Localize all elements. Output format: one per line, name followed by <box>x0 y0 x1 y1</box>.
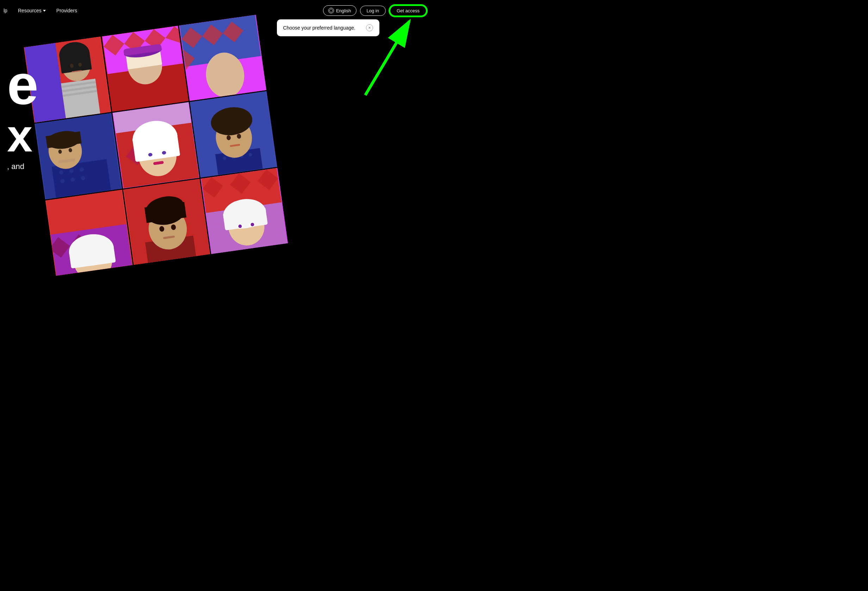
grid-cell-3 <box>179 15 267 101</box>
image-grid <box>24 15 288 276</box>
chevron-down-icon <box>43 10 46 12</box>
nav-left: lp Resources Providers <box>3 8 77 13</box>
globe-icon <box>328 8 334 13</box>
grid-cell-6 <box>190 91 277 177</box>
grid-cell-8 <box>123 178 210 265</box>
tooltip-text: Choose your preferred language. <box>283 25 356 31</box>
grid-cell-9 <box>201 168 288 254</box>
nav-resources[interactable]: Resources <box>18 8 46 13</box>
navigation: lp Resources Providers English Log in Ge… <box>0 0 434 21</box>
grid-cell-5 <box>112 102 200 189</box>
get-access-button[interactable]: Get access <box>389 5 427 16</box>
hero-tagline: , and <box>7 162 38 171</box>
tooltip-close-button[interactable]: × <box>366 24 373 31</box>
hero-letter-x: x <box>7 113 38 159</box>
nav-right: English Log in Get access <box>323 5 427 16</box>
grid-cell-7 <box>46 190 133 276</box>
nav-providers[interactable]: Providers <box>56 8 77 13</box>
nav-help[interactable]: lp <box>3 8 7 13</box>
hero-text: e x , and <box>7 56 38 171</box>
language-button[interactable]: English <box>323 5 356 16</box>
language-tooltip: Choose your preferred language. × <box>277 19 379 36</box>
grid-cell-4 <box>34 113 122 199</box>
hero-letter-e: e <box>7 56 38 113</box>
grid-cell-2 <box>102 26 189 112</box>
login-button[interactable]: Log in <box>360 6 386 16</box>
